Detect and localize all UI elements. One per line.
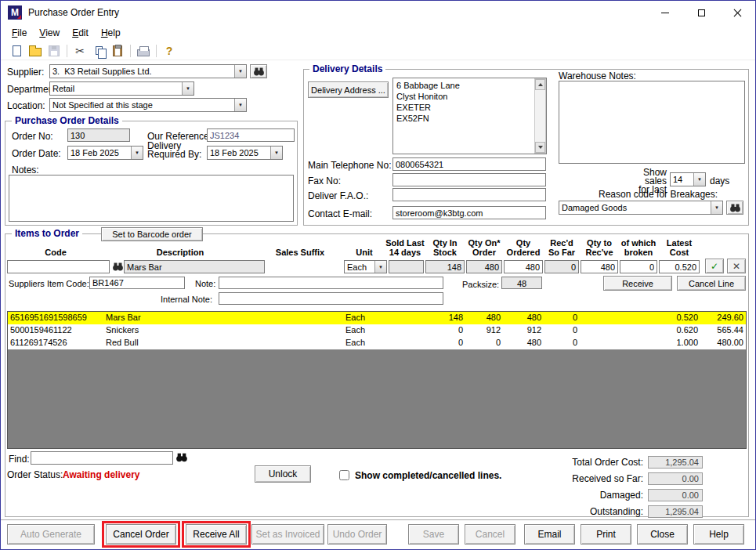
open-icon[interactable] — [26, 43, 45, 59]
phone-label: Main Telephone No: — [308, 160, 392, 171]
set-as-invoiced-button: Set as Invoiced — [251, 524, 324, 545]
receive-all-button[interactable]: Receive All — [186, 524, 247, 545]
table-row[interactable]: 611269174526 Red Bull Each 0 0 480 0 1.0… — [8, 337, 746, 349]
menu-edit[interactable]: Edit — [66, 25, 95, 41]
maximize-button[interactable] — [683, 1, 719, 24]
copy-icon[interactable] — [89, 43, 108, 59]
menu-view[interactable]: View — [33, 25, 66, 41]
qty-ordered-input[interactable] — [504, 260, 543, 273]
po-details-title: Purchase Order Details — [12, 115, 122, 126]
delivery-required-picker[interactable]: 18 Feb 2025 ▼ — [207, 146, 283, 160]
cancel-order-button[interactable]: Cancel Order — [106, 524, 176, 545]
supplier-search-button[interactable] — [250, 64, 267, 78]
note-field[interactable] — [219, 277, 443, 289]
days-label: days — [710, 175, 729, 186]
show-sales-days-combobox[interactable]: 14 ▼ — [670, 172, 706, 186]
order-no-field[interactable] — [67, 128, 130, 142]
scroll-up-button[interactable] — [535, 79, 545, 90]
location-value: Not Specified at this stage — [50, 99, 234, 111]
suppliers-item-code-label: Suppliers Item Code: — [9, 279, 89, 288]
item-code-input[interactable] — [7, 260, 110, 273]
delivery-address-box[interactable]: 6 Babbage Lane Clyst Honiton EXETER EX52… — [392, 78, 547, 154]
cell-latest-cost: 0.520 — [658, 312, 700, 324]
help-icon[interactable]: ? — [160, 43, 179, 59]
toolbar: ✂ ? — [1, 42, 755, 60]
chevron-down-icon[interactable]: ▼ — [131, 147, 143, 159]
cell-qty-to-recve — [580, 312, 619, 324]
internal-note-field[interactable] — [219, 292, 443, 305]
find-search-button[interactable] — [175, 452, 189, 463]
app-logo-icon: M — [8, 5, 22, 20]
show-completed-label: Show completed/cancelled lines. — [355, 470, 501, 481]
delivery-address-button[interactable]: Delivery Address ... — [308, 81, 389, 98]
address-scrollbar[interactable] — [534, 78, 546, 154]
cell-line-total: 480.00 — [700, 337, 746, 349]
print-icon[interactable] — [134, 43, 153, 59]
accept-line-button[interactable]: ✓ — [705, 259, 724, 273]
warehouse-notes-textarea[interactable] — [559, 81, 745, 164]
item-code-search-button[interactable] — [110, 261, 125, 272]
of-which-broken-input[interactable] — [620, 260, 657, 273]
unit-combobox[interactable]: Each ▼ — [344, 260, 387, 273]
total-order-cost-value: 1,295.04 — [648, 456, 703, 469]
department-combobox[interactable]: Retail ▼ — [49, 81, 194, 96]
minimize-button[interactable] — [647, 1, 683, 24]
deliver-fao-field[interactable] — [392, 188, 546, 201]
our-reference-field[interactable] — [207, 128, 295, 142]
notes-textarea[interactable] — [9, 175, 294, 222]
breakages-label: Reason code for Breakages: — [599, 189, 718, 200]
new-document-icon[interactable] — [7, 43, 26, 59]
order-status-label: Order Status: — [7, 469, 63, 480]
supplier-combobox[interactable]: 3. K3 Retail Supplies Ltd. ▼ — [49, 64, 247, 78]
menu-file[interactable]: File — [5, 25, 33, 41]
delivery-details-title: Delivery Details — [309, 63, 385, 74]
unlock-button[interactable]: Unlock — [255, 465, 311, 483]
toolbar-separator — [130, 45, 131, 57]
paste-icon[interactable] — [108, 43, 127, 59]
cell-sold-last — [385, 324, 425, 336]
email-button[interactable]: Email — [524, 524, 575, 545]
phone-field[interactable] — [392, 157, 546, 171]
breakages-search-button[interactable] — [726, 201, 743, 215]
cell-sales-suffix — [257, 324, 343, 336]
close-window-button[interactable]: Close — [637, 524, 688, 545]
fax-field[interactable] — [392, 173, 546, 186]
cell-qty-on-order: 480 — [465, 312, 503, 324]
outstanding-value: 1,295.04 — [648, 505, 703, 518]
menu-help[interactable]: Help — [95, 25, 127, 41]
suppliers-item-code-field[interactable] — [89, 277, 185, 289]
cancel-line-button[interactable]: Cancel Line — [677, 276, 746, 291]
chevron-down-icon[interactable]: ▼ — [182, 82, 194, 95]
cell-qty-to-recve — [580, 337, 619, 349]
print-button[interactable]: Print — [581, 524, 631, 545]
location-combobox[interactable]: Not Specified at this stage ▼ — [49, 98, 247, 112]
order-lines-grid[interactable]: 6516951691598659 Mars Bar Each 148 480 4… — [7, 311, 747, 449]
close-button[interactable] — [719, 1, 755, 24]
help-button[interactable]: Help — [693, 524, 744, 545]
cut-icon[interactable]: ✂ — [71, 43, 89, 59]
column-header-total — [700, 236, 746, 258]
warehouse-notes-label: Warehouse Notes: — [559, 71, 636, 81]
chevron-down-icon[interactable]: ▼ — [234, 65, 246, 78]
save-icon — [45, 43, 63, 59]
chevron-down-icon[interactable]: ▼ — [234, 99, 246, 111]
discard-line-button[interactable]: ✕ — [727, 259, 746, 273]
latest-cost-input[interactable] — [659, 260, 700, 273]
order-date-picker[interactable]: 18 Feb 2025 ▼ — [67, 146, 143, 160]
chevron-down-icon[interactable]: ▼ — [711, 201, 722, 214]
breakages-combobox[interactable]: Damaged Goods ▼ — [559, 201, 723, 215]
receive-button[interactable]: Receive — [603, 276, 672, 291]
chevron-down-icon[interactable]: ▼ — [270, 147, 282, 159]
show-completed-checkbox[interactable] — [339, 470, 349, 480]
cell-recd-so-far: 0 — [544, 337, 580, 349]
scroll-down-button[interactable] — [535, 142, 545, 153]
contact-email-field[interactable] — [392, 206, 546, 219]
qty-to-recve-input[interactable] — [581, 260, 618, 273]
chevron-down-icon[interactable]: ▼ — [693, 173, 705, 186]
chevron-down-icon[interactable]: ▼ — [374, 261, 386, 273]
table-row[interactable]: 5000159461122 Snickers Each 0 912 912 0 … — [8, 324, 746, 337]
find-input[interactable] — [31, 451, 173, 465]
table-row[interactable]: 6516951691598659 Mars Bar Each 148 480 4… — [8, 312, 746, 324]
internal-note-label: Internal Note: — [161, 295, 212, 304]
damaged-label: Damaged: — [510, 490, 643, 501]
